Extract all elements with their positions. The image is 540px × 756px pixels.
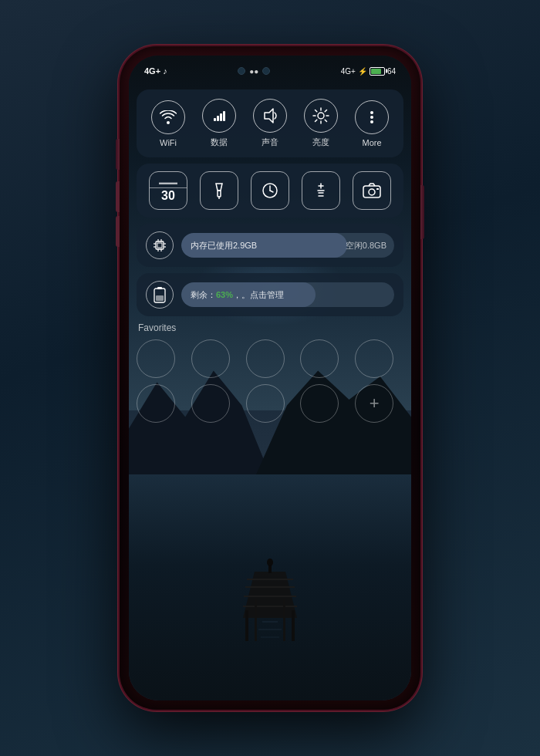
data-label: 数据	[211, 137, 228, 148]
fav-item-5[interactable]	[355, 339, 393, 378]
network-type: 4G+ ♪	[144, 66, 167, 76]
fav-item-7[interactable]	[191, 384, 230, 423]
lightning-icon: ⚡	[358, 67, 367, 76]
fav-item-4[interactable]	[300, 339, 339, 378]
svg-rect-37	[376, 188, 379, 190]
svg-point-36	[369, 189, 375, 195]
toggle-data[interactable]: 数据	[202, 99, 236, 148]
status-left: 4G+ ♪	[144, 66, 167, 76]
svg-rect-50	[156, 295, 164, 301]
battery-bar-wrap: 剩余：63%，。点击管理	[181, 282, 394, 307]
chip-icon-wrap	[146, 231, 174, 259]
svg-rect-25	[218, 191, 221, 197]
status-center: ●●	[238, 67, 270, 76]
toggle-sound[interactable]: 声音	[253, 99, 287, 148]
control-panel: 4G+ ♪ ●● 4G+ ⚡ 64	[129, 56, 411, 700]
battery-large-icon	[154, 286, 166, 303]
memory-used-text: 内存已使用2.9GB	[191, 240, 257, 251]
quick-actions-panel: ▬▬▬ 30	[137, 164, 403, 218]
fav-item-9[interactable]	[300, 384, 339, 423]
svg-point-15	[318, 113, 324, 119]
toggle-brightness[interactable]: 亮度	[304, 99, 338, 148]
toggle-wifi[interactable]: WiFi	[151, 100, 185, 147]
more-label: More	[362, 138, 381, 147]
memory-bar-wrap: 内存已使用2.9GB 空闲0.8GB	[181, 233, 394, 258]
action-clock[interactable]	[251, 171, 289, 210]
fav-add-button[interactable]: +	[355, 384, 393, 423]
fav-item-3[interactable]	[246, 339, 285, 378]
svg-rect-39	[157, 243, 162, 248]
battery-bar-bg: 剩余：63%，。点击管理	[181, 282, 394, 307]
memory-bar-bg: 内存已使用2.9GB 空闲0.8GB	[181, 233, 394, 258]
phone-outer: 4G+ ♪ ●● 4G+ ⚡ 64	[120, 46, 420, 710]
phone-screen: 4G+ ♪ ●● 4G+ ⚡ 64	[129, 56, 411, 700]
battery-text-suffix: ，。点击管理	[233, 290, 284, 299]
chip-icon	[153, 238, 167, 252]
action-flashlight[interactable]	[200, 171, 238, 210]
brightness-label: 亮度	[312, 137, 329, 148]
actions-row: ▬▬▬ 30	[143, 171, 397, 210]
svg-line-23	[316, 120, 317, 121]
sound-label: 声音	[262, 137, 278, 148]
status-bar: 4G+ ♪ ●● 4G+ ⚡ 64	[129, 56, 411, 83]
sound-icon	[262, 107, 278, 124]
battery-percent: 63%	[216, 290, 233, 299]
favorites-label: Favorites	[137, 322, 403, 333]
main-content: WiFi 数据	[129, 89, 411, 700]
svg-marker-14	[265, 109, 273, 123]
toggles-row: WiFi 数据	[143, 99, 397, 148]
svg-marker-24	[216, 184, 222, 191]
flashlight-icon	[211, 182, 228, 199]
fav-item-8[interactable]	[246, 384, 285, 423]
memory-section[interactable]: 内存已使用2.9GB 空闲0.8GB	[137, 224, 403, 267]
svg-line-21	[325, 120, 326, 121]
data-icon-wrap	[202, 99, 236, 133]
clock-icon	[262, 182, 278, 199]
battery-icon-wrap	[146, 281, 174, 309]
fav-item-2[interactable]	[191, 339, 230, 378]
battery-text-prefix: 剩余：	[191, 290, 216, 299]
favorites-grid-row1	[137, 339, 403, 378]
battery-indicator	[370, 67, 385, 76]
signal-type: 4G+	[341, 67, 356, 76]
calendar-date: 30	[161, 189, 175, 203]
wifi-icon-wrap	[151, 100, 185, 134]
wifi-icon	[160, 110, 177, 124]
favorites-grid-row2: +	[137, 384, 403, 423]
brightness-icon-wrap	[304, 99, 338, 133]
action-calculator[interactable]	[302, 171, 340, 210]
fav-item-1[interactable]	[137, 339, 175, 378]
brightness-icon	[312, 107, 329, 124]
wifi-label: WiFi	[160, 138, 177, 147]
svg-line-20	[316, 110, 317, 112]
action-camera[interactable]	[353, 171, 391, 210]
action-calendar[interactable]: ▬▬▬ 30	[149, 171, 187, 210]
battery-label: 64	[387, 67, 396, 76]
quick-toggles-panel: WiFi 数据	[137, 89, 403, 157]
more-icon-wrap	[355, 100, 389, 134]
svg-rect-49	[157, 287, 162, 289]
battery-section[interactable]: 剩余：63%，。点击管理	[137, 273, 403, 316]
fav-item-6[interactable]	[137, 384, 175, 423]
camera-icon	[363, 183, 381, 198]
battery-fill-bar	[371, 69, 381, 74]
battery-status-text: 剩余：63%，。点击管理	[191, 289, 284, 301]
svg-line-29	[270, 191, 273, 192]
memory-free-text: 空闲0.8GB	[346, 240, 386, 251]
status-right: 4G+ ⚡ 64	[341, 67, 396, 76]
more-dots-icon	[370, 111, 373, 123]
toggle-more[interactable]: More	[355, 100, 389, 147]
calculator-icon	[312, 182, 329, 199]
signal-bars-icon	[214, 110, 225, 121]
favorites-section: Favorites +	[137, 322, 403, 700]
svg-line-22	[325, 110, 326, 112]
sound-icon-wrap	[253, 99, 287, 133]
